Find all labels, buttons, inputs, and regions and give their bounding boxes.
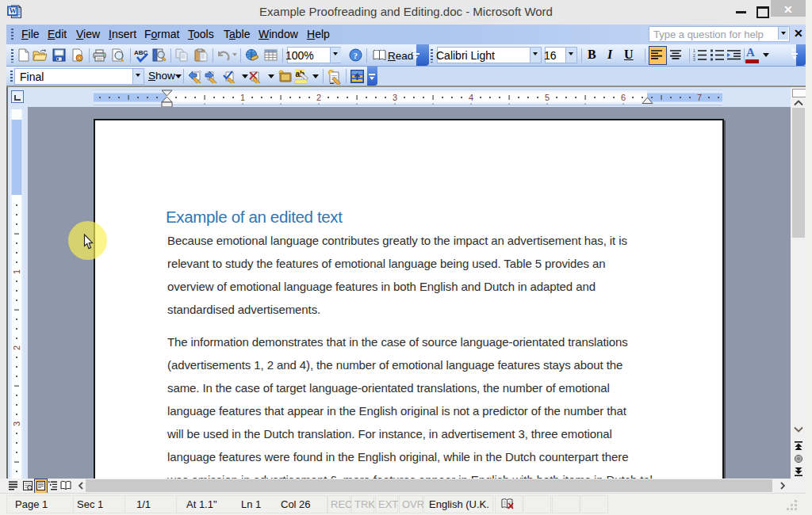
- svg-text:2: 2: [12, 345, 21, 350]
- svg-text:5: 5: [545, 93, 550, 102]
- svg-text:3: 3: [693, 57, 695, 61]
- svg-text:6: 6: [621, 93, 626, 102]
- svg-text:3: 3: [12, 422, 21, 426]
- svg-text:1: 1: [240, 93, 245, 102]
- svg-text:?: ?: [354, 51, 358, 60]
- svg-text:1: 1: [12, 269, 21, 274]
- svg-text:7: 7: [697, 93, 702, 102]
- svg-text:2: 2: [316, 93, 321, 102]
- svg-text:3: 3: [393, 93, 397, 102]
- svg-text:4: 4: [469, 93, 473, 102]
- svg-text:W: W: [10, 7, 17, 15]
